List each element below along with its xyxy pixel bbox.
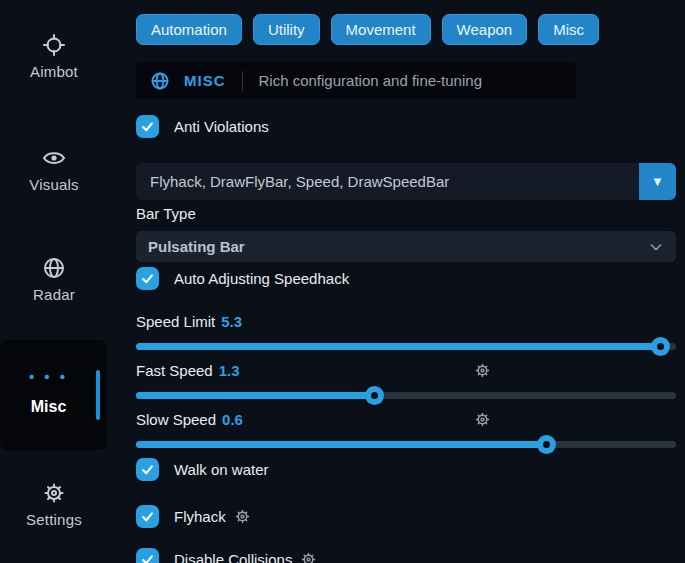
globe-icon	[42, 256, 66, 280]
select-value: Pulsating Bar	[148, 238, 245, 255]
section-subtitle: Rich configuration and fine-tuning	[259, 72, 482, 89]
active-indicator-bar	[96, 370, 100, 420]
slider-fill	[136, 392, 374, 399]
sidebar-item-label: Radar	[33, 286, 75, 303]
checkbox-label: Auto Adjusting Speedhack	[174, 270, 349, 287]
sidebar-item-label: Visuals	[29, 176, 78, 193]
checkbox-checked[interactable]	[136, 548, 159, 563]
gear-icon[interactable]	[474, 362, 491, 379]
gear-icon[interactable]	[300, 551, 317, 563]
fast-speed-label: Fast Speed1.3	[136, 362, 240, 379]
disable-collisions-row[interactable]: Disable Collisions	[136, 548, 317, 563]
speed-limit-label: Speed Limit5.3	[136, 313, 242, 330]
gear-icon[interactable]	[234, 508, 251, 525]
speed-limit-slider[interactable]	[136, 343, 676, 350]
checkbox-label: Disable Collisions	[174, 551, 292, 563]
slider-thumb[interactable]	[365, 386, 384, 405]
sidebar-item-misc-active[interactable]: • • • Misc	[0, 340, 107, 450]
triangle-down-icon: ▼	[651, 174, 664, 189]
fast-speed-value: 1.3	[219, 362, 240, 379]
sidebar-item-label: Settings	[26, 511, 82, 528]
chevron-down-icon	[648, 239, 664, 255]
bar-type-select[interactable]: Pulsating Bar	[136, 231, 676, 262]
fast-speed-slider[interactable]	[136, 392, 676, 399]
flyhack-row[interactable]: Flyhack	[136, 505, 251, 528]
checkbox-checked[interactable]	[136, 505, 159, 528]
tab-misc[interactable]: Misc	[538, 14, 599, 45]
category-tabs: Automation Utility Movement Weapon Misc	[136, 14, 599, 45]
cheat-menu-window: Aimbot Visuals Radar • • •	[0, 0, 685, 563]
slider-fill	[136, 343, 660, 350]
sidebar-item-aimbot[interactable]: Aimbot	[0, 33, 108, 81]
slider-fill	[136, 441, 546, 448]
gear-icon[interactable]	[474, 411, 491, 428]
checkbox-label: Anti Violations	[174, 118, 269, 135]
multiselect-value: Flyhack, DrawFlyBar, Speed, DrawSpeedBar	[136, 173, 639, 190]
sidebar-item-radar[interactable]: Radar	[0, 256, 108, 304]
slow-speed-slider[interactable]	[136, 441, 676, 448]
slider-thumb[interactable]	[651, 337, 670, 356]
checkbox-label: Flyhack	[174, 508, 226, 525]
sidebar-item-settings[interactable]: Settings	[0, 481, 108, 529]
bars-multiselect[interactable]: Flyhack, DrawFlyBar, Speed, DrawSpeedBar…	[136, 163, 676, 200]
sidebar-item-label: Misc	[0, 398, 97, 416]
tab-weapon[interactable]: Weapon	[442, 14, 528, 45]
globe-icon	[150, 71, 170, 91]
bar-type-label: Bar Type	[136, 205, 196, 222]
checkbox-label: Walk on water	[174, 461, 268, 478]
sidebar-item-label: Aimbot	[30, 63, 78, 80]
sidebar-item-visuals[interactable]: Visuals	[0, 146, 108, 194]
eye-icon	[42, 146, 66, 170]
tab-utility[interactable]: Utility	[253, 14, 320, 45]
anti-violations-row[interactable]: Anti Violations	[136, 115, 269, 138]
slow-speed-label: Slow Speed0.6	[136, 411, 243, 428]
checkbox-checked[interactable]	[136, 267, 159, 290]
checkbox-checked[interactable]	[136, 458, 159, 481]
header-divider	[242, 71, 243, 91]
walk-on-water-row[interactable]: Walk on water	[136, 458, 268, 481]
slow-speed-value: 0.6	[222, 411, 243, 428]
section-header: MISC Rich configuration and fine-tuning	[136, 62, 576, 99]
auto-adjusting-speedhack-row[interactable]: Auto Adjusting Speedhack	[136, 267, 349, 290]
section-title: MISC	[184, 72, 226, 89]
checkbox-checked[interactable]	[136, 115, 159, 138]
tab-automation[interactable]: Automation	[136, 14, 242, 45]
main-content: Automation Utility Movement Weapon Misc …	[136, 0, 676, 563]
crosshair-icon	[42, 33, 66, 57]
sidebar: Aimbot Visuals Radar • • •	[0, 0, 130, 563]
gear-icon	[42, 481, 66, 505]
slider-thumb[interactable]	[537, 435, 556, 454]
ellipsis-icon: • • •	[0, 368, 97, 385]
dropdown-arrow-button[interactable]: ▼	[639, 163, 676, 200]
speed-limit-value: 5.3	[221, 313, 242, 330]
tab-movement[interactable]: Movement	[331, 14, 431, 45]
